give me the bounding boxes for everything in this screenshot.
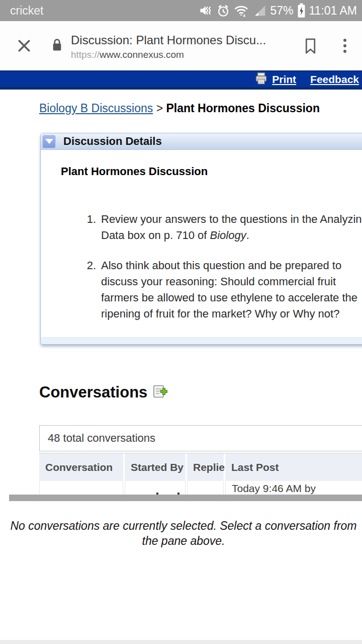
conversations-heading-label: Conversations xyxy=(39,383,147,401)
overflow-menu-button[interactable] xyxy=(335,34,355,57)
signal-icon xyxy=(253,4,266,17)
collapse-panel-button[interactable] xyxy=(42,135,56,148)
total-conversations-label: 48 total conversations xyxy=(48,432,155,445)
conversations-table-header: Conversation Started By Replies Last Pos… xyxy=(39,453,362,481)
browser-url: https://www.connexus.com xyxy=(71,49,299,60)
list-item-text: Review your answers to the questions in … xyxy=(101,211,362,244)
feedback-link[interactable]: Feedback xyxy=(310,73,359,86)
menu-dot xyxy=(343,39,346,42)
panel-header-title: Discussion Details xyxy=(63,135,162,148)
list-number: 1. xyxy=(79,211,96,244)
site-action-bar: Print Feedback xyxy=(0,70,362,90)
column-header-replies[interactable]: Replies xyxy=(187,453,224,481)
column-header-last-post[interactable]: Last Post xyxy=(225,453,362,481)
close-tab-button[interactable] xyxy=(13,35,35,57)
column-header-started-by[interactable]: Started By xyxy=(125,453,186,481)
no-selection-message: No conversations are currently selected.… xyxy=(0,518,362,548)
page-title-block[interactable]: Discussion: Plant Hormones Discu... http… xyxy=(71,31,299,60)
discussion-details-body: Plant Hormones Discussion 1. Review your… xyxy=(41,150,362,337)
message-line: the pane above. xyxy=(0,533,362,548)
discussion-details-header: Discussion Details xyxy=(41,133,362,150)
breadcrumb-separator: > xyxy=(156,102,163,115)
list-number: 2. xyxy=(79,258,96,322)
secure-lock-icon xyxy=(51,37,63,54)
page-content: Biology B Discussions > Plant Hormones D… xyxy=(0,90,362,644)
url-host: www.connexus.com xyxy=(100,49,184,60)
breadcrumb-current: Plant Hormones Discussion xyxy=(166,102,319,115)
wifi-icon xyxy=(234,3,250,18)
conversations-heading: Conversations xyxy=(39,383,362,402)
add-conversation-icon[interactable] xyxy=(152,384,167,401)
vibrate-mute-icon xyxy=(199,4,213,18)
list-item: 1. Review your answers to the questions … xyxy=(79,211,362,244)
column-header-conversation[interactable]: Conversation xyxy=(39,453,123,481)
battery-charging-icon xyxy=(297,3,306,18)
menu-dot xyxy=(343,50,346,53)
discussion-details-panel: Discussion Details Plant Hormones Discus… xyxy=(40,133,362,345)
carrier-label: cricket xyxy=(10,4,43,18)
list-item: 2. Also think about this question and be… xyxy=(79,258,362,322)
breadcrumb: Biology B Discussions > Plant Hormones D… xyxy=(39,102,362,118)
bookmark-button[interactable] xyxy=(299,34,322,57)
android-status-bar: cricket xyxy=(0,0,362,21)
battery-percent-label: 57% xyxy=(270,4,293,18)
clock-label: 11:01 AM xyxy=(309,4,357,18)
panel-footer xyxy=(41,337,362,344)
chevron-down-icon xyxy=(45,139,53,144)
printer-icon xyxy=(254,72,268,87)
bottom-edge-strip xyxy=(0,640,362,644)
message-line: No conversations are currently selected.… xyxy=(0,518,362,533)
url-scheme: https:// xyxy=(71,49,100,60)
print-link-wrap[interactable]: Print xyxy=(254,72,296,87)
total-conversations-box: 48 total conversations xyxy=(39,425,362,451)
browser-page-title: Discussion: Plant Hormones Discu... xyxy=(71,33,299,47)
print-link[interactable]: Print xyxy=(272,73,296,86)
alarm-icon xyxy=(216,4,230,18)
instruction-list: 1. Review your answers to the questions … xyxy=(79,211,362,322)
discussion-title: Plant Hormones Discussion xyxy=(61,165,362,178)
scrollbar-thumb[interactable] xyxy=(9,495,362,501)
menu-dot xyxy=(343,44,346,47)
list-item-text: Also think about this question and be pr… xyxy=(101,258,357,322)
horizontal-scrollbar[interactable] xyxy=(0,495,362,502)
breadcrumb-link-biology-b-discussions[interactable]: Biology B Discussions xyxy=(39,102,153,115)
browser-toolbar: Discussion: Plant Hormones Discu... http… xyxy=(0,21,362,70)
